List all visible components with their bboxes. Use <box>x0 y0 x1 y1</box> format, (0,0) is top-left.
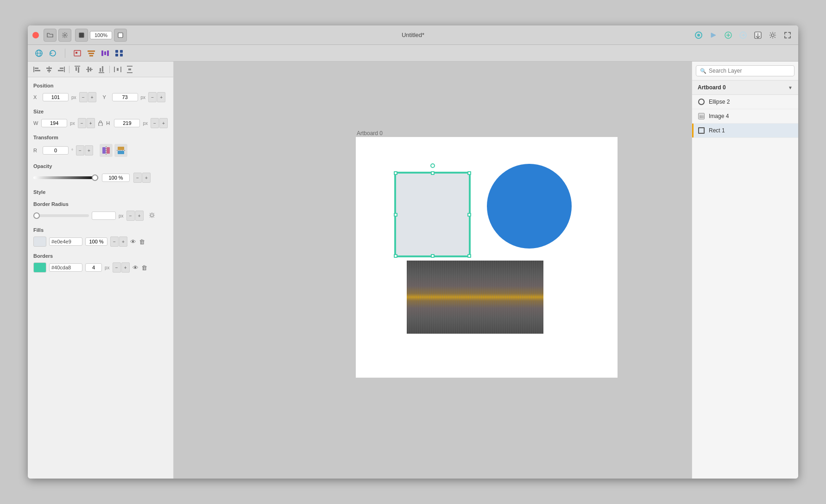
handle-bot-left[interactable] <box>394 254 397 258</box>
align-middle-v[interactable] <box>84 64 95 75</box>
align-left[interactable] <box>32 64 43 75</box>
h-unit: px <box>143 121 148 126</box>
opacity-input[interactable] <box>102 174 130 182</box>
y-label: Y <box>103 94 109 100</box>
opacity-decrement[interactable]: − <box>133 173 142 183</box>
w-stepper: − + <box>78 118 95 128</box>
settings-button[interactable] <box>58 29 71 42</box>
tool-btn-1[interactable] <box>693 29 705 41</box>
ellipse-shape[interactable] <box>487 164 572 249</box>
distribute-h[interactable] <box>112 64 123 75</box>
image-shape[interactable] <box>407 261 543 334</box>
tool-grid[interactable] <box>113 47 126 59</box>
flip-v-icon[interactable] <box>114 144 127 157</box>
border-width-input[interactable] <box>85 263 102 272</box>
border-color-hex[interactable] <box>49 263 82 272</box>
layer-item[interactable]: Ellipse 2 <box>692 95 798 109</box>
handle-top-left[interactable] <box>394 171 397 175</box>
r-input[interactable] <box>43 146 69 155</box>
align-right[interactable] <box>56 64 67 75</box>
handle-mid-right[interactable] <box>467 213 471 217</box>
canvas-area[interactable]: Artboard 0 <box>174 62 692 479</box>
layer-item-selected[interactable]: Rect 1 <box>692 124 798 138</box>
handle-top-center[interactable] <box>431 171 435 175</box>
tool-globe[interactable] <box>32 47 45 59</box>
y-decrement[interactable]: − <box>148 92 157 102</box>
svg-rect-46 <box>127 72 132 73</box>
svg-rect-1 <box>79 33 84 37</box>
align-bottom[interactable] <box>96 64 107 75</box>
rotate-handle[interactable] <box>430 163 435 168</box>
opacity-increment[interactable]: + <box>142 173 151 183</box>
fullscreen-button[interactable] <box>782 29 794 41</box>
border-visibility-icon[interactable]: 👁 <box>132 264 139 271</box>
border-width-increment[interactable]: + <box>121 262 130 273</box>
rect-shape[interactable] <box>394 172 471 257</box>
fill-opacity-input[interactable] <box>85 237 107 246</box>
radius-slider-thumb[interactable] <box>33 212 40 219</box>
tool-artboard[interactable] <box>71 47 84 59</box>
tool-distribute[interactable] <box>99 47 112 59</box>
align-center-h[interactable] <box>44 64 55 75</box>
close-button[interactable] <box>32 32 39 38</box>
artboard[interactable] <box>356 137 618 378</box>
r-decrement[interactable]: − <box>76 145 84 156</box>
r-increment[interactable]: + <box>85 145 93 156</box>
w-input[interactable] <box>41 119 67 127</box>
handle-top-right[interactable] <box>467 171 471 175</box>
radius-slider-track[interactable] <box>33 214 89 217</box>
layer-item[interactable]: Image 4 <box>692 109 798 124</box>
export-button[interactable] <box>752 29 764 41</box>
lock-aspect-icon[interactable] <box>98 119 104 127</box>
fill-color-hex[interactable] <box>49 237 82 246</box>
handle-bot-center[interactable] <box>431 254 435 258</box>
x-decrement[interactable]: − <box>79 92 88 102</box>
fill-color-swatch[interactable] <box>33 236 46 247</box>
fill-opacity-decrement[interactable]: − <box>110 236 119 247</box>
h-decrement[interactable]: − <box>151 118 159 128</box>
radius-input[interactable] <box>92 212 116 220</box>
border-delete-icon[interactable]: 🗑 <box>141 264 147 271</box>
fill-opacity-increment[interactable]: + <box>119 236 127 247</box>
fill-visibility-icon[interactable]: 👁 <box>130 238 136 245</box>
w-increment[interactable]: + <box>87 118 95 128</box>
handle-bot-right[interactable] <box>467 254 471 258</box>
distribute-v[interactable] <box>124 64 135 75</box>
flip-h-icon[interactable] <box>100 144 113 157</box>
artboard-selector[interactable]: Artboard 0 ▼ <box>692 81 798 95</box>
align-top[interactable] <box>72 64 83 75</box>
x-input[interactable] <box>43 93 69 101</box>
fill-delete-icon[interactable]: 🗑 <box>139 238 145 245</box>
layer-list: Ellipse 2 Image 4 Rect 1 <box>692 95 798 479</box>
folder-button[interactable] <box>44 29 57 42</box>
artboard-name: Artboard 0 <box>698 84 726 91</box>
w-decrement[interactable]: − <box>78 118 86 128</box>
y-increment[interactable]: + <box>157 92 165 102</box>
tool-align[interactable] <box>85 47 98 59</box>
x-increment[interactable]: + <box>88 92 96 102</box>
zoom-in-button[interactable] <box>114 29 127 42</box>
preferences-button[interactable] <box>767 29 779 41</box>
radius-decrement[interactable]: − <box>126 211 135 221</box>
handle-mid-left[interactable] <box>394 213 397 217</box>
align-sep-2 <box>109 66 110 73</box>
radius-increment[interactable]: + <box>135 211 144 221</box>
svg-rect-52 <box>118 147 124 150</box>
x-unit: px <box>71 95 76 100</box>
tool-btn-2[interactable] <box>707 29 719 41</box>
opacity-slider-thumb[interactable] <box>92 174 98 181</box>
border-color-swatch[interactable] <box>33 262 46 273</box>
border-width-decrement[interactable]: − <box>113 262 121 273</box>
opacity-slider-track[interactable] <box>33 176 98 179</box>
zoom-value[interactable]: 100% <box>90 31 112 39</box>
h-increment[interactable]: + <box>159 118 168 128</box>
zoom-out-button[interactable] <box>75 29 88 42</box>
tool-btn-4[interactable] <box>737 29 749 41</box>
y-input[interactable] <box>112 93 138 101</box>
radius-settings-icon[interactable] <box>148 212 156 220</box>
h-input[interactable] <box>114 119 140 127</box>
tool-refresh[interactable] <box>46 47 59 59</box>
opacity-section: Opacity − + <box>33 163 168 183</box>
tool-btn-3[interactable] <box>722 29 734 41</box>
search-input[interactable] <box>709 68 790 74</box>
